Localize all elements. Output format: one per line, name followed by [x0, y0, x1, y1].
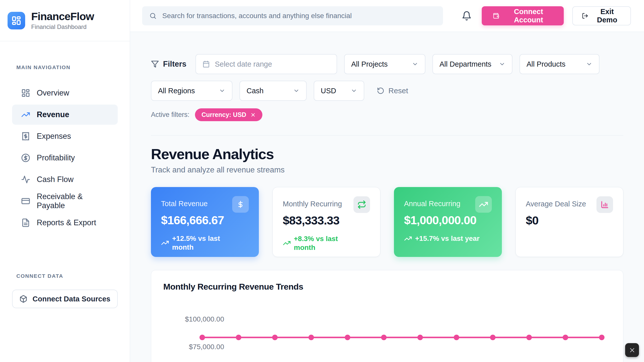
sidebar-item-receivable-payable[interactable]: Receivable & Payable — [12, 191, 118, 211]
kpi-value: $83,333.33 — [283, 213, 370, 227]
sidebar-item-expenses[interactable]: Expenses — [12, 126, 118, 146]
kpi-value: $1,000,000.00 — [404, 213, 492, 227]
data-point[interactable] — [345, 335, 350, 340]
sidebar-item-label: Profitability — [37, 153, 75, 162]
products-select[interactable]: All Products — [519, 54, 599, 74]
data-point[interactable] — [308, 335, 314, 340]
sidebar-item-reports-export[interactable]: Reports & Export — [12, 213, 118, 233]
filters-row-2: All Regions Cash USD Reset — [151, 81, 623, 101]
filters-title: Filters — [151, 60, 186, 69]
data-point[interactable] — [199, 335, 205, 340]
search-box[interactable] — [142, 6, 443, 25]
kpi-card-average-deal-size: Average Deal Size $0 — [515, 187, 623, 257]
cube-icon — [19, 295, 27, 303]
credit-card-icon — [21, 197, 30, 206]
chart-title: Monthly Recurring Revenue Trends — [163, 282, 611, 292]
reset-filters-button[interactable]: Reset — [377, 86, 408, 95]
chevron-down-icon — [293, 87, 300, 94]
connect-data-section-label: CONNECT DATA — [0, 273, 130, 279]
filter-chip-currency[interactable]: Currency: USD — [195, 108, 262, 121]
search-input[interactable] — [162, 12, 436, 20]
logo-section: FinanceFlow Financial Dashboard — [0, 0, 130, 41]
departments-select[interactable]: All Departments — [432, 54, 512, 74]
projects-select[interactable]: All Projects — [344, 54, 425, 74]
sidebar-item-label: Cash Flow — [37, 175, 73, 184]
kpi-value: $166,666.67 — [161, 213, 249, 227]
app-title: FinanceFlow — [31, 11, 94, 22]
data-point[interactable] — [417, 335, 423, 340]
connect-account-button[interactable]: Connect Account — [482, 6, 564, 25]
trending-up-icon — [475, 196, 492, 213]
bell-icon — [462, 11, 472, 21]
page-title: Revenue Analytics — [151, 146, 623, 162]
exit-demo-button[interactable]: Exit Demo — [572, 6, 631, 25]
kpi-label: Monthly Recurring — [283, 196, 342, 208]
data-point[interactable] — [526, 335, 532, 340]
sidebar-item-revenue[interactable]: Revenue — [12, 105, 118, 125]
kpi-delta: +8.3% vs last month — [283, 234, 370, 252]
accounting-basis-value: Cash — [247, 87, 264, 95]
chevron-down-icon — [586, 61, 592, 67]
data-point[interactable] — [563, 335, 568, 340]
layout-dashboard-icon — [11, 16, 21, 26]
filter-icon — [151, 60, 159, 68]
chevron-down-icon — [412, 61, 418, 67]
kpi-card-annual-recurring: Annual Recurring $1,000,000.00 +15.7% vs… — [394, 187, 502, 257]
currency-select[interactable]: USD — [314, 81, 364, 101]
sidebar-item-profitability[interactable]: Profitability — [12, 148, 118, 168]
bar-chart-icon — [596, 196, 613, 213]
data-point[interactable] — [272, 335, 278, 340]
date-range-input[interactable] — [195, 54, 337, 74]
trending-up-icon — [404, 235, 412, 243]
sidebar-item-label: Expenses — [37, 132, 71, 141]
chevron-down-icon — [351, 87, 357, 94]
kpi-card-monthly-recurring: Monthly Recurring $83,333.33 +8.3% vs la… — [272, 187, 380, 257]
mrr-line-chart: $100,000.00 $75,000.00 $50,000.00 — [163, 304, 611, 362]
sidebar-item-label: Reports & Export — [37, 218, 96, 227]
sidebar-item-label: Receivable & Payable — [37, 192, 109, 210]
overlay-close-button[interactable] — [625, 343, 639, 357]
filter-chip-label: Currency: USD — [202, 111, 246, 118]
trending-up-icon — [283, 239, 291, 247]
active-filters-row: Active filters: Currency: USD — [151, 108, 623, 121]
trending-up-icon — [21, 110, 30, 119]
main-navigation: Overview Revenue Expenses Profitability — [0, 83, 130, 233]
notifications-button[interactable] — [460, 9, 473, 22]
mrr-trends-chart-card: Monthly Recurring Revenue Trends $100,00… — [151, 270, 623, 362]
connect-data-sources-button[interactable]: Connect Data Sources — [12, 290, 118, 308]
currency-select-value: USD — [321, 87, 336, 95]
layout-dashboard-icon — [21, 88, 30, 98]
data-point[interactable] — [381, 335, 387, 340]
exit-demo-label: Exit Demo — [593, 8, 621, 24]
data-point[interactable] — [490, 335, 496, 340]
date-range-field[interactable] — [215, 60, 330, 68]
projects-select-value: All Projects — [351, 60, 388, 68]
products-select-value: All Products — [527, 60, 566, 68]
regions-select[interactable]: All Regions — [151, 81, 232, 101]
kpi-label: Total Revenue — [161, 196, 208, 208]
sidebar-item-label: Overview — [37, 88, 69, 98]
close-icon[interactable] — [250, 112, 256, 118]
calendar-icon — [203, 60, 210, 68]
filters-title-label: Filters — [163, 60, 186, 69]
departments-select-value: All Departments — [439, 60, 491, 68]
repeat-icon — [353, 196, 370, 213]
active-filters-label: Active filters: — [151, 111, 189, 119]
kpi-value: $0 — [526, 213, 613, 227]
filters-row-1: Filters All Projects All Departments All… — [151, 54, 623, 74]
data-point[interactable] — [236, 335, 241, 340]
kpi-label: Annual Recurring — [404, 196, 460, 208]
section-divider — [151, 135, 623, 135]
data-point[interactable] — [599, 335, 605, 340]
chevron-down-icon — [219, 87, 225, 94]
main-content: Filters All Projects All Departments All… — [130, 32, 644, 362]
sidebar-item-overview[interactable]: Overview — [12, 83, 118, 103]
data-point[interactable] — [454, 335, 459, 340]
topbar: Connect Account Exit Demo — [130, 0, 644, 32]
kpi-delta: +12.5% vs last month — [161, 234, 249, 252]
chevron-down-icon — [499, 61, 505, 67]
wallet-icon — [493, 12, 499, 20]
sidebar-item-cash-flow[interactable]: Cash Flow — [12, 169, 118, 190]
receipt-icon — [21, 132, 30, 141]
accounting-basis-select[interactable]: Cash — [239, 81, 307, 101]
